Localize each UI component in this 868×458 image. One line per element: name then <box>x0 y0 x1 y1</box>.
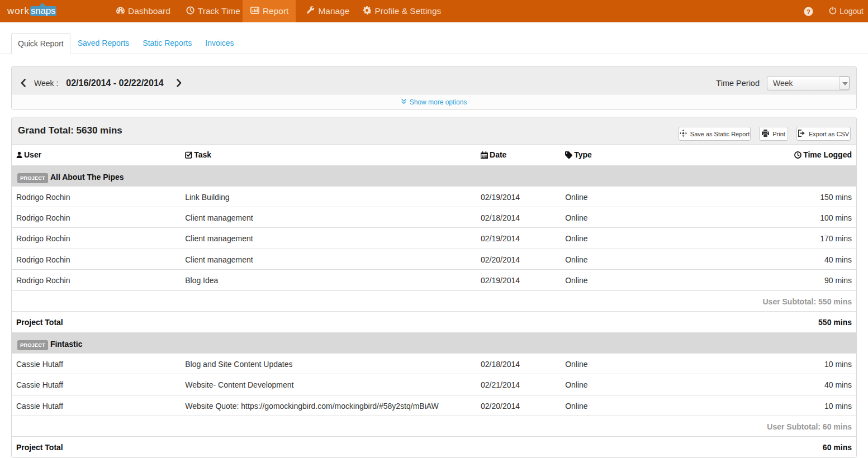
svg-text:?: ? <box>807 8 810 15</box>
